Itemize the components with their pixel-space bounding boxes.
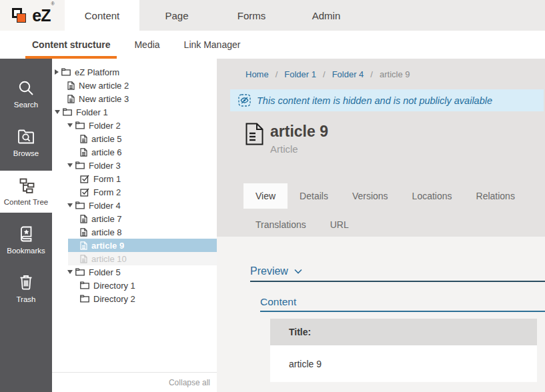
- ez-platform-admin-window: eZ® Content Page Forms Admin Content str…: [0, 0, 545, 392]
- browse-icon: [17, 128, 35, 145]
- content-item-tabs: View Details Versions Locations Relation…: [243, 183, 545, 237]
- tree-item-article-7[interactable]: article 7: [52, 212, 217, 225]
- tab-locations[interactable]: Locations: [400, 183, 464, 209]
- article-icon: [67, 95, 75, 103]
- tree-item-directory-2[interactable]: Directory 2: [52, 292, 217, 305]
- sidebar-item-label: Browse: [13, 149, 39, 157]
- hidden-content-notice-text: This content item is hidden and is not p…: [257, 95, 492, 106]
- bookmarks-icon: [17, 225, 35, 243]
- breadcrumb-link-folder-1[interactable]: Folder 1: [284, 69, 316, 79]
- expander-collapsed-icon[interactable]: [55, 69, 59, 75]
- breadcrumb-separator: /: [370, 69, 373, 79]
- expander-expanded-icon[interactable]: [67, 163, 73, 167]
- tree-item-form-2[interactable]: Form 2: [52, 185, 217, 199]
- article-icon: [80, 255, 87, 263]
- tree-item-folder-2[interactable]: Folder 2: [52, 119, 217, 132]
- left-sidebar: Search Browse Content Tree Bookmarks Tra…: [0, 59, 52, 392]
- tab-details[interactable]: Details: [288, 183, 340, 209]
- breadcrumb: Home / Folder 1 / Folder 4 / article 9: [245, 64, 410, 84]
- content-tree-icon: [17, 177, 35, 194]
- tab-versions[interactable]: Versions: [340, 183, 400, 209]
- subnav-tab-media[interactable]: Media: [127, 31, 166, 59]
- nav-tab-page[interactable]: Page: [139, 0, 214, 31]
- tree-item-directory-1[interactable]: Directory 1: [52, 279, 217, 292]
- content-tree-panel: eZ Platform New article 2 New article 3 …: [52, 59, 217, 392]
- breadcrumb-link-home[interactable]: Home: [245, 69, 269, 79]
- tab-url[interactable]: URL: [318, 212, 361, 237]
- sub-nav: Content structure Media Link Manager: [0, 31, 545, 59]
- registered-mark: ®: [51, 1, 54, 6]
- field-value-title: article 9: [270, 345, 537, 382]
- breadcrumb-current: article 9: [380, 69, 410, 79]
- article-icon: [67, 81, 75, 90]
- article-icon: [80, 241, 87, 250]
- tree-item-folder-3[interactable]: Folder 3: [52, 159, 217, 172]
- expander-expanded-icon[interactable]: [67, 123, 73, 127]
- tree-item-article-6[interactable]: article 6: [52, 145, 217, 159]
- sidebar-item-label: Trash: [17, 295, 36, 303]
- folder-icon: [80, 281, 89, 289]
- content-section-heading: Content: [260, 293, 545, 312]
- hidden-content-notice: This content item is hidden and is not p…: [230, 89, 544, 111]
- tree-item-article-8[interactable]: article 8: [52, 225, 217, 239]
- sidebar-item-bookmarks[interactable]: Bookmarks: [0, 219, 52, 261]
- article-icon: [80, 228, 87, 237]
- expander-expanded-icon[interactable]: [55, 110, 60, 114]
- tree-item-article-10-hidden[interactable]: article 10: [68, 252, 217, 265]
- breadcrumb-link-folder-4[interactable]: Folder 4: [332, 69, 364, 79]
- nav-tab-forms[interactable]: Forms: [214, 0, 289, 31]
- expander-expanded-icon[interactable]: [67, 203, 73, 207]
- form-icon: [80, 188, 89, 197]
- ez-logo[interactable]: eZ®: [0, 0, 65, 31]
- tab-view[interactable]: View: [243, 183, 288, 209]
- chevron-down-icon: [294, 269, 302, 274]
- sidebar-item-content-tree[interactable]: Content Tree: [0, 171, 52, 213]
- nav-tab-content[interactable]: Content: [65, 0, 139, 31]
- page-title: article 9: [270, 123, 328, 141]
- search-icon: [17, 79, 35, 97]
- content-type-label: Article: [270, 143, 328, 155]
- sidebar-item-label: Bookmarks: [7, 247, 45, 255]
- collapse-all-button[interactable]: Collapse all: [52, 372, 217, 392]
- tree-item-form-1[interactable]: Form 1: [52, 172, 217, 185]
- tree-item-new-article-2[interactable]: New article 2: [52, 79, 217, 92]
- folder-icon: [80, 295, 89, 303]
- subnav-tab-content-structure[interactable]: Content structure: [25, 31, 117, 59]
- content-tree: eZ Platform New article 2 New article 3 …: [52, 65, 217, 305]
- folder-icon: [75, 121, 85, 129]
- tree-item-folder-5[interactable]: Folder 5: [52, 265, 217, 279]
- ez-logo-icon: [11, 7, 29, 25]
- tab-translations[interactable]: Translations: [243, 212, 318, 237]
- tree-item-article-5[interactable]: article 5: [52, 132, 217, 145]
- folder-icon: [75, 268, 85, 276]
- article-icon: [80, 215, 87, 223]
- folder-icon: [63, 108, 72, 116]
- tab-relations[interactable]: Relations: [464, 183, 527, 209]
- sidebar-item-trash[interactable]: Trash: [0, 268, 52, 310]
- tree-item-article-9-selected[interactable]: article 9: [68, 239, 217, 252]
- trash-icon: [17, 274, 35, 291]
- tree-item-new-article-3[interactable]: New article 3: [52, 92, 217, 105]
- folder-icon: [61, 68, 71, 76]
- main-content: Home / Folder 1 / Folder 4 / article 9 T…: [217, 59, 545, 392]
- form-icon: [80, 175, 89, 183]
- tree-item-folder-4[interactable]: Folder 4: [52, 199, 217, 212]
- page-header: article 9 Article: [245, 123, 328, 155]
- sidebar-item-label: Content Tree: [4, 198, 48, 206]
- breadcrumb-separator: /: [276, 69, 278, 79]
- expander-expanded-icon[interactable]: [67, 270, 73, 274]
- nav-tab-admin[interactable]: Admin: [289, 0, 364, 31]
- tree-item-folder-1[interactable]: Folder 1: [52, 105, 217, 119]
- top-bar: eZ® Content Page Forms Admin: [0, 0, 545, 31]
- subnav-tab-link-manager[interactable]: Link Manager: [177, 31, 247, 59]
- sidebar-item-search[interactable]: Search: [0, 73, 52, 115]
- sidebar-item-label: Search: [14, 101, 38, 109]
- main-nav: Content Page Forms Admin: [65, 0, 364, 31]
- preview-section-toggle[interactable]: Preview: [250, 262, 545, 282]
- field-label-title: Title:: [270, 319, 537, 345]
- tree-item-ez-platform[interactable]: eZ Platform: [52, 65, 217, 79]
- preview-heading: Preview: [250, 265, 288, 277]
- hidden-eye-icon: [238, 94, 251, 107]
- article-icon: [80, 135, 87, 143]
- sidebar-item-browse[interactable]: Browse: [0, 122, 52, 164]
